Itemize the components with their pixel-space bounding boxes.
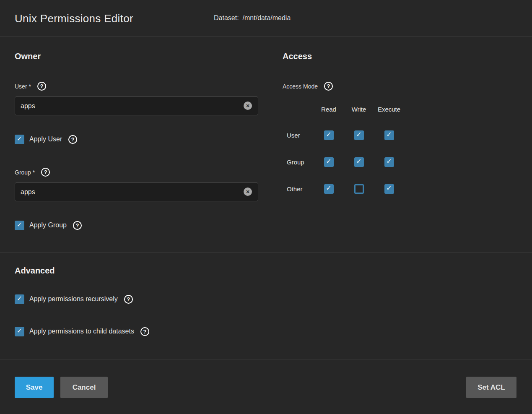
matrix-row-other: Other ✓ ✓ ✓ — [287, 184, 532, 194]
user-field-label-row: User * ? — [15, 82, 283, 91]
apply-group-row: ✓ Apply Group ? — [15, 220, 283, 230]
access-heading: Access — [283, 51, 532, 62]
user-field-label: User * — [15, 83, 31, 90]
help-icon[interactable]: ? — [140, 327, 149, 336]
access-mode-label: Access Mode — [283, 83, 318, 90]
dataset-label: Dataset: — [214, 14, 239, 22]
apply-recursively-row: ✓ Apply permissions recursively ? — [15, 294, 532, 304]
help-icon[interactable]: ? — [68, 135, 77, 144]
check-icon: ✓ — [356, 158, 361, 165]
help-icon[interactable]: ? — [124, 295, 133, 304]
user-execute-checkbox[interactable]: ✓ — [384, 130, 394, 140]
group-field-label-row: Group * ? — [15, 168, 283, 177]
help-icon[interactable]: ? — [41, 168, 50, 177]
help-icon[interactable]: ? — [37, 82, 46, 91]
apply-user-checkbox[interactable]: ✓ — [15, 135, 24, 144]
cancel-button[interactable]: Cancel — [60, 377, 108, 398]
owner-access-section: Owner User * ? ✕ ✓ Apply User ? Group * … — [0, 37, 532, 252]
matrix-col-execute: Execute — [374, 106, 404, 113]
access-mode-matrix: Read Write Execute User ✓ ✓ ✓ Group ✓ ✓ … — [283, 105, 532, 194]
apply-user-label: Apply User — [29, 135, 62, 143]
dataset-info: Dataset: /mnt/data/media — [214, 14, 291, 22]
check-icon: ✓ — [326, 158, 331, 165]
header-bar: Unix Permissions Editor Dataset: /mnt/da… — [0, 0, 532, 37]
user-write-checkbox[interactable]: ✓ — [354, 130, 364, 140]
apply-recursively-checkbox[interactable]: ✓ — [15, 294, 24, 304]
clear-icon[interactable]: ✕ — [244, 102, 252, 110]
apply-recursively-label: Apply permissions recursively — [29, 295, 118, 303]
check-icon: ✓ — [386, 131, 392, 138]
group-write-checkbox[interactable]: ✓ — [354, 157, 364, 167]
matrix-col-read: Read — [314, 106, 344, 113]
check-icon: ✓ — [17, 221, 22, 228]
group-input-wrap: ✕ — [15, 182, 258, 201]
check-icon: ✓ — [17, 135, 22, 142]
access-mode-label-row: Access Mode ? — [283, 82, 532, 91]
advanced-section: Advanced ✓ Apply permissions recursively… — [0, 252, 532, 336]
matrix-header-row: Read Write Execute — [287, 105, 532, 113]
owner-column: Owner User * ? ✕ ✓ Apply User ? Group * … — [0, 37, 283, 230]
check-icon: ✓ — [17, 328, 22, 334]
user-read-checkbox[interactable]: ✓ — [324, 130, 334, 140]
apply-group-label: Apply Group — [29, 221, 67, 229]
group-read-checkbox[interactable]: ✓ — [324, 157, 334, 167]
apply-child-datasets-checkbox[interactable]: ✓ — [15, 327, 24, 336]
matrix-row-user: User ✓ ✓ ✓ — [287, 130, 532, 140]
group-field-label: Group * — [15, 169, 35, 176]
owner-heading: Owner — [15, 51, 283, 62]
user-input[interactable] — [15, 96, 258, 115]
apply-group-checkbox[interactable]: ✓ — [15, 221, 24, 230]
access-column: Access Access Mode ? Read Write Execute … — [283, 37, 532, 230]
help-icon[interactable]: ? — [324, 82, 333, 91]
advanced-heading: Advanced — [15, 265, 532, 276]
check-icon: ✓ — [356, 131, 361, 138]
apply-child-datasets-row: ✓ Apply permissions to child datasets ? — [15, 326, 532, 336]
check-icon: ✓ — [386, 185, 392, 192]
apply-child-datasets-label: Apply permissions to child datasets — [29, 328, 134, 335]
help-icon[interactable]: ? — [73, 221, 82, 230]
matrix-row-label: Other — [287, 185, 314, 193]
other-write-checkbox[interactable]: ✓ — [354, 184, 364, 194]
save-button[interactable]: Save — [15, 377, 54, 398]
page-title: Unix Permissions Editor — [15, 12, 133, 25]
check-icon: ✓ — [17, 295, 22, 302]
check-icon: ✓ — [386, 158, 392, 165]
matrix-row-label: User — [287, 132, 314, 139]
user-input-wrap: ✕ — [15, 96, 258, 115]
footer-actions: Save Cancel Set ACL — [0, 359, 532, 398]
other-execute-checkbox[interactable]: ✓ — [384, 184, 394, 194]
check-icon: ✓ — [326, 131, 331, 138]
clear-icon[interactable]: ✕ — [244, 187, 252, 196]
group-execute-checkbox[interactable]: ✓ — [384, 157, 394, 167]
matrix-row-group: Group ✓ ✓ ✓ — [287, 157, 532, 167]
matrix-col-write: Write — [344, 106, 374, 113]
apply-user-row: ✓ Apply User ? — [15, 134, 283, 144]
matrix-row-label: Group — [287, 159, 314, 166]
dataset-path: /mnt/data/media — [243, 14, 291, 22]
check-icon: ✓ — [326, 185, 331, 192]
set-acl-button[interactable]: Set ACL — [466, 377, 516, 398]
group-input[interactable] — [15, 182, 258, 201]
other-read-checkbox[interactable]: ✓ — [324, 184, 334, 194]
